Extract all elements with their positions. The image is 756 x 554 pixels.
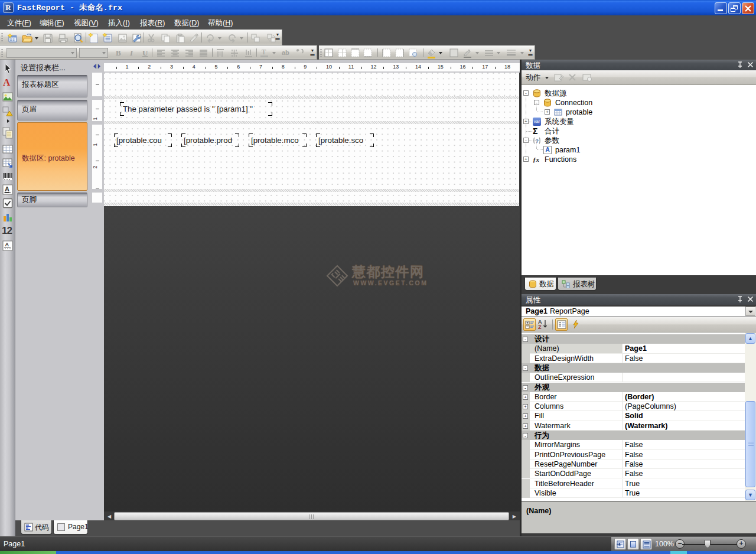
svg-text:Z: Z xyxy=(538,324,542,330)
svg-text:A: A xyxy=(5,185,9,193)
svg-text:?: ? xyxy=(536,138,539,144)
svg-text:A: A xyxy=(5,242,9,247)
